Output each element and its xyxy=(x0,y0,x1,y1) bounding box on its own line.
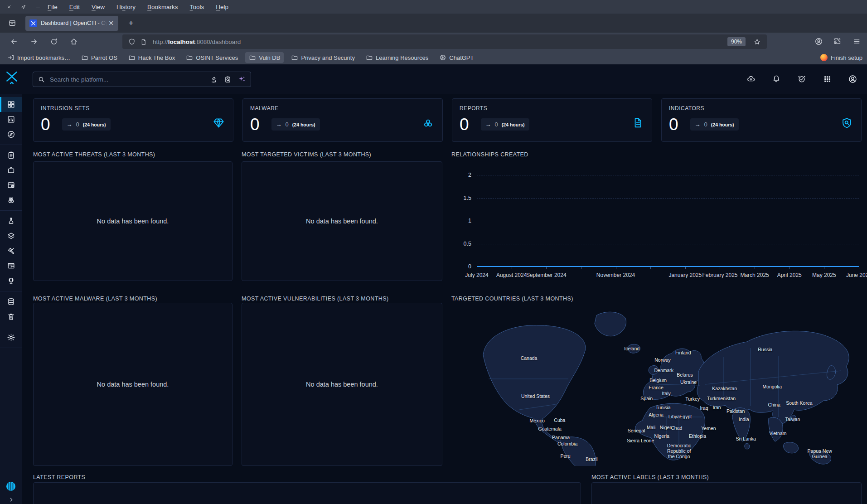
sidebar-item-settings[interactable] xyxy=(0,330,22,345)
targeted-countries-map[interactable]: IcelandCanadaNorwayFinlandRussiaDenmarkB… xyxy=(451,303,862,466)
microscope-icon[interactable] xyxy=(210,76,218,83)
sidebar-item-insights[interactable] xyxy=(0,112,22,127)
menu-item-file[interactable]: File xyxy=(44,2,62,12)
chart-ytick-label: 1.5 xyxy=(451,195,471,201)
menu-item-history[interactable]: History xyxy=(112,2,140,12)
sidebar-group xyxy=(0,94,22,145)
map-country-label: Finland xyxy=(675,350,691,355)
opencti-logo-icon[interactable] xyxy=(5,69,19,86)
tab-close-icon[interactable]: ✕ xyxy=(107,19,116,27)
stat-card-delta: 0 xyxy=(495,121,498,128)
empty-message: No data has been found. xyxy=(306,381,378,388)
new-tab-button[interactable]: + xyxy=(125,17,137,29)
arsenal-icon xyxy=(7,232,15,240)
import-icon xyxy=(7,54,15,61)
bookmark-label: Vuln DB xyxy=(259,54,280,61)
bookmark-item[interactable]: Import bookmarks… xyxy=(4,52,74,63)
shield-permissions-icon[interactable] xyxy=(128,38,136,45)
menu-item-tools[interactable]: Tools xyxy=(186,2,208,12)
filigran-icon[interactable] xyxy=(5,481,16,492)
sidebar-item-compass[interactable] xyxy=(0,127,22,142)
map-country-label: China xyxy=(768,402,780,407)
compass-icon xyxy=(7,130,15,139)
bookmark-label: ChatGPT xyxy=(449,54,474,61)
map-country-label: India xyxy=(739,417,749,422)
vertical-tabs-icon[interactable] xyxy=(5,19,19,27)
search-icon xyxy=(38,76,45,83)
alarm-check-icon[interactable] xyxy=(794,71,810,87)
menu-item-view[interactable]: View xyxy=(87,2,109,12)
bookmark-item[interactable]: Learning Resources xyxy=(362,52,432,63)
chart-zero-line xyxy=(477,266,859,267)
topbar-right-icons xyxy=(743,71,861,87)
chart-xtick xyxy=(581,267,581,269)
finish-setup-button[interactable]: Finish setup xyxy=(820,54,862,61)
map-country-label: Ukraine xyxy=(680,379,697,385)
url-bar[interactable]: http://localhost:8080/dashboard 90% xyxy=(122,34,767,49)
sidebar-item-dashboard[interactable] xyxy=(0,97,22,112)
openai-icon xyxy=(439,54,446,61)
account-icon[interactable] xyxy=(812,34,825,48)
map-country-label: Tunisia xyxy=(655,405,670,410)
reload-icon[interactable] xyxy=(47,35,61,48)
close-icon[interactable] xyxy=(6,4,12,10)
map-country-label: Belgium xyxy=(649,378,667,383)
page-info-icon[interactable] xyxy=(140,39,147,45)
arrow-right-icon: → xyxy=(67,121,73,128)
stat-card-reports: REPORTS0→0(24 hours) xyxy=(452,98,652,142)
apps-grid-icon[interactable] xyxy=(819,71,835,87)
zoom-level-badge[interactable]: 90% xyxy=(727,37,746,46)
menu-item-help[interactable]: Help xyxy=(212,2,232,12)
url-text[interactable]: http://localhost:8080/dashboard xyxy=(153,39,727,45)
insights-icon xyxy=(7,115,15,124)
bookmark-item[interactable]: OSINT Services xyxy=(182,52,242,63)
toolbar-right-icons xyxy=(812,34,863,48)
chart-xtick xyxy=(650,267,651,269)
stat-card-delta-badge: →0(24 hours) xyxy=(690,118,739,131)
bell-icon[interactable] xyxy=(768,71,785,87)
bookmark-item[interactable]: ChatGPT xyxy=(436,52,477,63)
home-icon[interactable] xyxy=(67,35,81,48)
account-circle-icon[interactable] xyxy=(844,71,861,87)
bookmark-item[interactable]: Parrot OS xyxy=(77,52,121,63)
sidebar-item-arsenal[interactable] xyxy=(0,228,22,243)
entities-icon xyxy=(7,262,15,270)
stat-card-indicators: INDICATORS0→0(24 hours) xyxy=(661,98,862,142)
map-country-label: Spain xyxy=(640,396,653,401)
map-country-label: DemocraticRepublic ofthe Congo xyxy=(667,443,691,459)
browser-tab[interactable]: Dashboard | OpenCTI - Cy ✕ xyxy=(25,16,118,31)
app-menu-icon[interactable] xyxy=(850,34,863,48)
menu-item-bookmarks[interactable]: Bookmarks xyxy=(143,2,182,12)
chart-xtick xyxy=(824,267,824,269)
clipboard-search-icon[interactable] xyxy=(224,76,232,83)
sidebar-item-locations[interactable] xyxy=(0,273,22,288)
sidebar-item-events[interactable] xyxy=(0,178,22,193)
extension-icon[interactable] xyxy=(831,34,844,48)
sidebar-item-entities[interactable] xyxy=(0,258,22,273)
sidebar-item-techniques[interactable] xyxy=(0,243,22,258)
sidebar-item-observations[interactable] xyxy=(0,193,22,208)
sidebar-item-data[interactable] xyxy=(0,294,22,309)
chart-xtick-label: November 2024 xyxy=(596,272,635,278)
map-country-label: Iceland xyxy=(624,346,639,351)
bookmark-item[interactable]: Hack The Box xyxy=(125,52,179,63)
sparkles-icon[interactable] xyxy=(238,75,246,83)
finish-setup-label: Finish setup xyxy=(831,54,862,61)
platform-search-input[interactable]: Search the platform... xyxy=(33,72,251,87)
sidebar-item-threats[interactable] xyxy=(0,213,22,228)
sidebar-item-trash[interactable] xyxy=(0,309,22,324)
map-country-label: South Korea xyxy=(786,400,812,406)
techniques-icon xyxy=(7,247,15,255)
forward-icon[interactable] xyxy=(27,35,41,48)
minimize-icon[interactable] xyxy=(35,4,41,10)
bookmark-star-icon[interactable] xyxy=(753,38,761,46)
pin-icon[interactable] xyxy=(21,4,26,10)
cloud-upload-icon[interactable] xyxy=(743,71,759,87)
sidebar-item-analyses[interactable] xyxy=(0,148,22,163)
back-icon[interactable] xyxy=(7,35,21,48)
bookmark-item[interactable]: Privacy and Security xyxy=(287,52,358,63)
chevron-right-icon[interactable] xyxy=(8,496,15,503)
sidebar-item-cases[interactable] xyxy=(0,163,22,178)
bookmark-item[interactable]: Vuln DB xyxy=(245,52,284,63)
menu-item-edit[interactable]: Edit xyxy=(65,2,84,12)
